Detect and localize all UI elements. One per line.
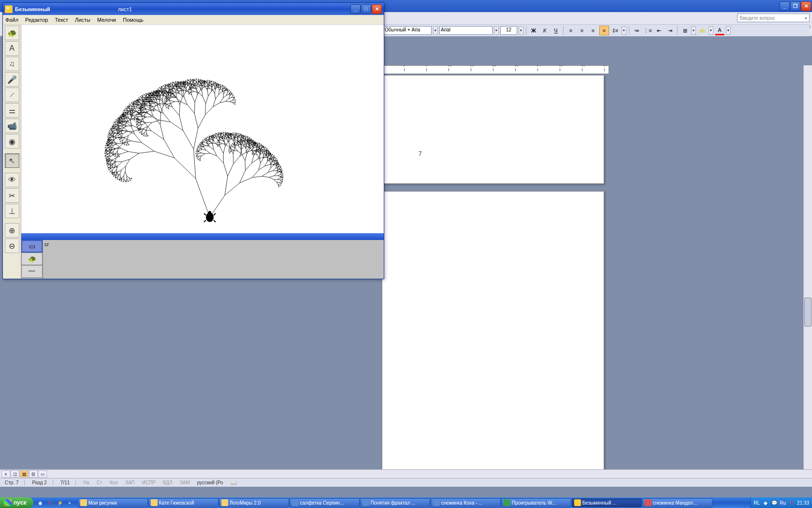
menu-мелочи[interactable]: Мелочи [97,17,116,23]
quick-launch-3[interactable]: ⚡ [56,498,64,507]
view-normal-button[interactable]: ≡ [1,470,10,478]
svg-line-3000 [276,171,279,171]
view-print-button[interactable]: ▤ [20,470,29,478]
taskbar-item[interactable]: Мои рисунки [78,498,148,508]
tray-clock[interactable]: 21:33 [797,500,809,506]
menu-помощь[interactable]: Помощь [123,17,144,23]
align-left-button[interactable]: ≡ [566,26,576,35]
increase-indent-button[interactable]: ⇥ [665,26,675,35]
svg-line-1849 [202,80,202,82]
font-dropdown[interactable]: ▾ [494,26,499,35]
logo-minimize-button[interactable]: _ [350,4,361,14]
svg-line-1881 [207,80,208,81]
taskbar-item[interactable]: салфетка Серпин... [290,498,360,508]
word-maximize-button[interactable]: ❐ [790,1,800,11]
svg-line-127 [106,158,108,159]
font-color-dropdown[interactable]: ▾ [726,26,731,35]
taskbar-item[interactable]: Кате Гижевской [148,498,218,508]
command-tab-3[interactable]: 〰 [21,265,43,278]
word-horizontal-scrollbar[interactable] [50,470,811,478]
view-outline-button[interactable]: ⊟ [29,470,38,478]
word-vertical-scrollbar[interactable] [803,65,812,473]
start-button[interactable]: пуск [0,497,33,508]
logoworlds-titlebar[interactable]: Безымянный лист1 _ □ ✕ [3,3,384,15]
quick-launch-2[interactable]: O [46,498,55,507]
taskbar-item[interactable]: ЛогоМиры 2.0 [219,498,289,508]
menu-текст[interactable]: Текст [55,17,68,23]
view-web-button[interactable]: ◫ [11,470,19,478]
stamp-icon[interactable]: ⊥ [5,204,19,218]
font-select[interactable]: Arial [439,26,493,35]
zoom-in-icon[interactable]: ⊕ [5,223,19,238]
svg-line-2823 [252,153,253,154]
size-dropdown[interactable]: ▾ [519,26,523,35]
taskbar-item[interactable]: снежинка Коха - ... [431,498,501,508]
align-justify-button[interactable]: ≡ [599,26,609,35]
align-center-button[interactable]: ≡ [577,26,587,35]
borders-button[interactable]: ⊞ [680,26,690,35]
scissors-icon[interactable]: ✂ [5,188,19,203]
menu-редактор[interactable]: Редактор [25,17,48,23]
word-close-button[interactable]: ✕ [801,1,811,11]
mic-icon[interactable]: 🎤 [5,72,19,87]
zoom-out-icon[interactable]: ⊖ [5,239,19,253]
command-tab-2[interactable]: 🐢 [21,253,43,265]
logoworlds-divider[interactable] [21,233,384,240]
decrease-indent-button[interactable]: ⇤ [654,26,664,35]
taskbar-item[interactable]: Понятия фрактал ... [360,498,430,508]
quick-launch-1[interactable]: ◉ [36,498,45,507]
style-dropdown[interactable]: ▾ [433,26,438,35]
turtle-icon[interactable]: 🐢 [5,26,19,40]
size-select[interactable]: 12 [500,26,517,35]
tray-lang1[interactable]: RL [754,499,760,506]
word-ruler[interactable]: 7891011121314151617 [382,65,609,74]
word-minimize-button[interactable]: _ [780,1,790,11]
tray-icon-2[interactable]: 💬 [771,499,778,506]
pointer-icon[interactable]: ↖ [5,153,19,168]
quick-launch-expand[interactable]: » [65,498,74,507]
menu-листы[interactable]: Листы [75,17,90,23]
word-page-1[interactable]: 7 [382,75,604,184]
highlight-button[interactable]: ab [697,26,707,35]
music-icon[interactable]: ♫ [5,57,19,71]
hslider-icon[interactable]: ⚌ [5,103,19,118]
tray-lang2[interactable]: Ru [780,499,786,506]
line-spacing-button[interactable]: ‡≡ [610,26,620,35]
underline-button[interactable]: Ч [551,26,561,35]
svg-line-2247 [217,136,218,137]
taskbar-item[interactable]: снежинка Мандел... [642,498,712,508]
word-help-search[interactable]: Введите вопрос▾ [737,14,810,22]
highlight-dropdown[interactable]: ▾ [709,26,713,35]
logo-maximize-button[interactable]: □ [361,4,371,14]
text-icon[interactable]: A [5,41,19,56]
menu-файл[interactable]: Файл [5,17,18,23]
taskbar-item[interactable]: Безымянный ... [572,498,642,508]
start-label: пуск [14,499,27,506]
view-reading-button[interactable]: ▭ [38,470,47,478]
disc-icon[interactable]: ◉ [5,134,19,149]
align-right-button[interactable]: ≡ [588,26,598,35]
word-page-2[interactable] [382,191,604,474]
tray-icon-1[interactable]: ◆ [762,499,769,506]
bold-button[interactable]: Ж [529,26,538,35]
spacing-dropdown[interactable]: ▾ [622,26,626,35]
font-color-button[interactable]: A [715,26,725,35]
slider-icon[interactable]: ⟋ [5,88,19,102]
taskbar-item[interactable]: Проигрыватель W... [501,498,571,508]
tray-icon-3[interactable]: O [788,499,795,506]
status-col: Кол [110,480,118,485]
style-select[interactable]: Обычный + Aria [383,26,432,35]
numbered-list-button[interactable]: ≔ [632,26,641,35]
bullet-list-button[interactable]: ⋮≡ [643,26,652,35]
logoworlds-canvas[interactable] [21,25,384,233]
svg-line-1473 [180,97,182,105]
command-tab-1[interactable]: ▭ [21,240,43,253]
scrollbar-thumb[interactable] [804,298,812,327]
status-spellcheck-icon[interactable]: 📖 [231,480,236,485]
borders-dropdown[interactable]: ▾ [691,26,696,35]
eye-icon[interactable]: 👁 [5,173,19,187]
italic-button[interactable]: К [540,26,550,35]
command-input[interactable]: сг [43,240,384,279]
camera-icon[interactable]: 📹 [5,119,19,133]
logo-close-button[interactable]: ✕ [372,4,382,14]
